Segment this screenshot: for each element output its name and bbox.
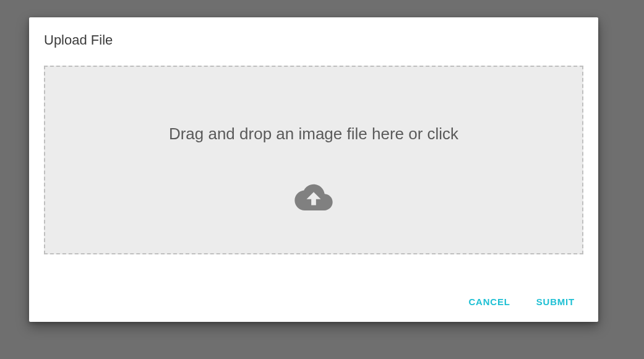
dialog-title: Upload File [44,32,583,48]
submit-button[interactable]: SUBMIT [534,293,577,311]
file-dropzone[interactable]: Drag and drop an image file here or clic… [44,66,583,254]
dialog-actions: CANCEL SUBMIT [44,293,583,311]
upload-file-dialog: Upload File Drag and drop an image file … [29,17,598,322]
cloud-upload-icon [294,182,333,210]
cancel-button[interactable]: CANCEL [466,293,512,311]
dropzone-instruction-text: Drag and drop an image file here or clic… [169,124,458,144]
